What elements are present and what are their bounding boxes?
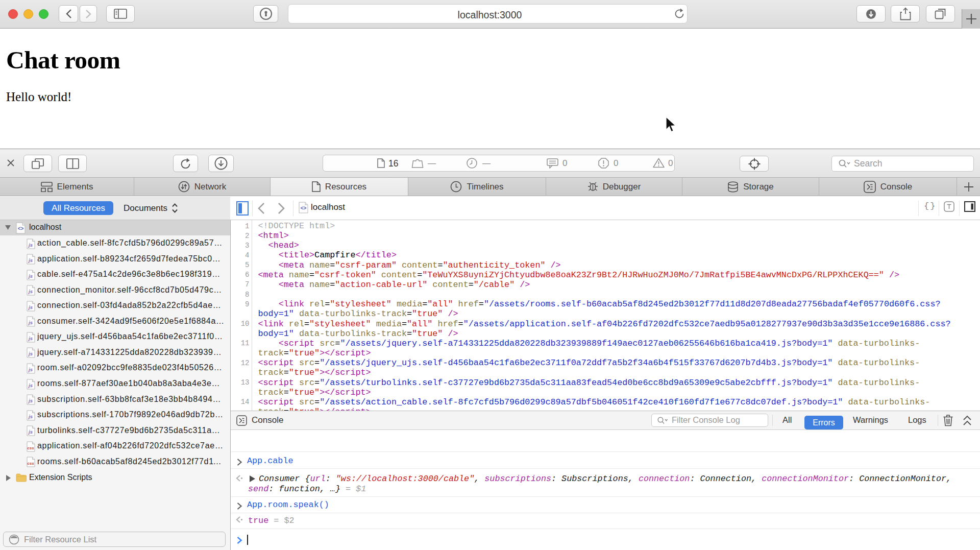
svg-text:js: js [28, 320, 33, 325]
svg-text:css: css [27, 461, 34, 466]
svg-text:js: js [28, 351, 33, 356]
svg-text:js: js [28, 382, 33, 388]
svg-text:js: js [28, 414, 33, 419]
svg-text:js: js [28, 257, 33, 263]
svg-text:js: js [28, 429, 33, 435]
svg-text:<>: <> [301, 205, 307, 211]
svg-text:js: js [28, 242, 33, 248]
svg-text:css: css [27, 446, 34, 450]
svg-text:js: js [28, 273, 33, 279]
svg-text:js: js [28, 336, 33, 341]
svg-text:js: js [28, 367, 33, 372]
svg-text:js: js [28, 304, 33, 310]
svg-text:<>: <> [18, 226, 24, 231]
svg-text:js: js [28, 289, 33, 294]
svg-text:js: js [28, 398, 33, 403]
